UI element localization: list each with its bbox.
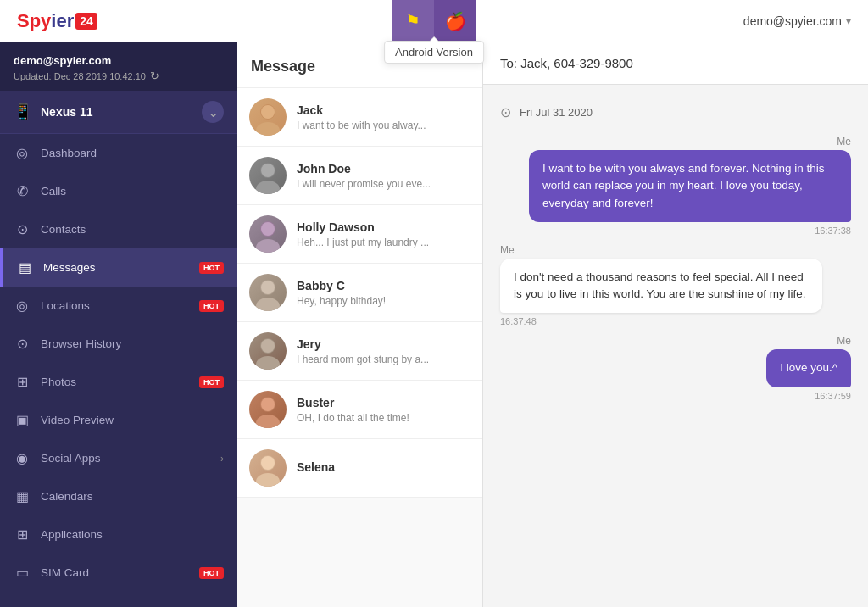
- conv-preview-babby: Hey, happy bithday!: [297, 295, 470, 307]
- device-chevron-icon[interactable]: ⌄: [202, 101, 224, 123]
- message-row-1: Me I want to be with you always and fore…: [500, 136, 851, 236]
- msg-sender-2: Me: [500, 244, 515, 256]
- svg-point-14: [261, 339, 275, 353]
- conv-item-selena[interactable]: Selena: [237, 439, 482, 498]
- conv-preview-buster: OH, I do that all the time!: [297, 412, 470, 424]
- sidebar-email: demo@spyier.com: [14, 54, 224, 67]
- conv-name-selena: Selena: [297, 460, 470, 474]
- contacts-icon: ⊙: [14, 221, 31, 237]
- sidebar-item-sim-card[interactable]: ▭ SIM Card HOT: [0, 554, 237, 592]
- svg-point-20: [261, 456, 275, 470]
- calls-icon: ✆: [14, 183, 31, 199]
- platform-switcher: ⚑ 🍎 Android Version: [392, 0, 476, 42]
- sim-card-icon: ▭: [14, 565, 31, 581]
- date-icon: ⊙: [500, 104, 511, 120]
- conv-details-jack: Jack I want to be with you alway...: [297, 103, 470, 131]
- browser-history-icon: ⊙: [14, 336, 31, 352]
- chat-header: To: Jack, 604-329-9800: [483, 42, 868, 85]
- applications-icon: ⊞: [14, 526, 31, 543]
- conv-preview-holly: Heh... I just put my laundry ...: [297, 237, 470, 248]
- avatar-jery: [249, 332, 287, 370]
- messages-hot-badge: HOT: [199, 262, 224, 274]
- device-icon: 📱: [14, 103, 32, 121]
- conv-details-buster: Buster OH, I do that all the time!: [297, 396, 470, 424]
- sidebar-item-video-preview[interactable]: ▣ Video Preview: [0, 401, 237, 439]
- conv-details-holly: Holly Dawson Heh... I just put my laundr…: [297, 220, 470, 248]
- msg-sender-1: Me: [837, 136, 851, 148]
- chevron-down-icon: ▾: [846, 15, 851, 27]
- logo-24: 24: [75, 13, 97, 30]
- conv-preview-jack: I want to be with you alway...: [297, 120, 470, 131]
- social-apps-icon: ◉: [14, 450, 31, 466]
- conv-details-selena: Selena: [297, 460, 470, 476]
- sidebar-item-browser-history[interactable]: ⊙ Browser History: [0, 325, 237, 363]
- video-preview-icon: ▣: [14, 412, 31, 428]
- svg-point-11: [261, 281, 275, 294]
- sidebar-item-locations[interactable]: ◎ Locations HOT: [0, 287, 237, 325]
- conv-item-buster[interactable]: Buster OH, I do that all the time!: [237, 381, 482, 439]
- svg-point-13: [256, 356, 280, 370]
- svg-point-2: [261, 105, 275, 119]
- avatar-john: [249, 157, 287, 194]
- conv-item-john[interactable]: John Doe I will never promise you eve...: [237, 147, 482, 205]
- conv-item-jack[interactable]: Jack I want to be with you alway...: [237, 88, 482, 147]
- ios-button[interactable]: 🍎: [434, 0, 476, 42]
- conv-item-jery[interactable]: Jery I heard mom got stung by a...: [237, 322, 482, 381]
- sidebar-item-social-apps[interactable]: ◉ Social Apps ›: [0, 439, 237, 477]
- msg-sender-3: Me: [837, 335, 851, 347]
- main-layout: demo@spyier.com Updated: Dec 28 2019 10:…: [0, 42, 868, 607]
- conversation-list: Message Jack I want to be with you alway…: [237, 42, 483, 607]
- conv-item-babby[interactable]: Babby C Hey, happy bithday!: [237, 264, 482, 322]
- conv-name-jack: Jack: [297, 103, 470, 117]
- sidebar-item-photos[interactable]: ⊞ Photos HOT: [0, 363, 237, 401]
- sim-card-hot-badge: HOT: [199, 567, 224, 579]
- svg-point-4: [256, 181, 280, 194]
- sidebar: demo@spyier.com Updated: Dec 28 2019 10:…: [0, 42, 237, 607]
- svg-point-16: [256, 415, 280, 428]
- svg-point-10: [256, 298, 280, 311]
- chat-messages: ⊙ Fri Jul 31 2020 Me I want to be with y…: [483, 85, 868, 607]
- svg-point-7: [256, 239, 280, 253]
- avatar-jack: [249, 98, 287, 136]
- conv-item-holly[interactable]: Holly Dawson Heh... I just put my laundr…: [237, 205, 482, 264]
- social-apps-arrow-icon: ›: [220, 453, 224, 465]
- device-info: 📱 Nexus 11: [14, 103, 92, 121]
- msg-bubble-1: I want to be with you always and forever…: [529, 150, 851, 222]
- content-area: Message Jack I want to be with you alway…: [237, 42, 868, 607]
- svg-point-17: [261, 398, 275, 411]
- date-separator: ⊙ Fri Jul 31 2020: [500, 104, 851, 120]
- locations-hot-badge: HOT: [199, 300, 224, 312]
- msg-bubble-3: I love you.^: [766, 349, 851, 387]
- user-menu[interactable]: demo@spyier.com ▾: [743, 14, 851, 28]
- android-button[interactable]: ⚑: [392, 0, 434, 42]
- device-name: Nexus 11: [41, 105, 92, 119]
- conv-name-buster: Buster: [297, 396, 470, 409]
- sidebar-item-calls[interactable]: ✆ Calls: [0, 172, 237, 210]
- sidebar-item-calendars[interactable]: ▦ Calendars: [0, 477, 237, 515]
- dashboard-icon: ◎: [14, 145, 31, 161]
- sidebar-item-messages[interactable]: ▤ Messages HOT: [0, 248, 237, 287]
- msg-time-1: 16:37:38: [815, 226, 851, 236]
- svg-point-5: [261, 164, 275, 177]
- date-text: Fri Jul 31 2020: [520, 106, 593, 119]
- logo-spy: Spy: [17, 10, 51, 32]
- refresh-icon[interactable]: ↻: [150, 70, 159, 82]
- logo: Spyier 24: [17, 10, 97, 32]
- top-bar: Spyier 24 ⚑ 🍎 Android Version demo@spyie…: [0, 0, 868, 42]
- sidebar-updated: Updated: Dec 28 2019 10:42:10 ↻: [14, 70, 224, 82]
- sidebar-item-applications[interactable]: ⊞ Applications: [0, 515, 237, 554]
- msg-time-2: 16:37:48: [500, 316, 537, 326]
- sidebar-item-dashboard[interactable]: ◎ Dashboard: [0, 134, 237, 172]
- conv-preview-jery: I heard mom got stung by a...: [297, 354, 470, 365]
- photos-hot-badge: HOT: [199, 376, 224, 388]
- user-email-top: demo@spyier.com: [743, 14, 842, 28]
- message-row-3: Me I love you.^ 16:37:59: [500, 335, 851, 400]
- avatar-buster: [249, 391, 287, 428]
- svg-point-19: [256, 473, 280, 487]
- avatar-selena: [249, 449, 287, 487]
- sidebar-user: demo@spyier.com Updated: Dec 28 2019 10:…: [0, 42, 237, 91]
- sidebar-item-contacts[interactable]: ⊙ Contacts: [0, 210, 237, 248]
- chat-view: To: Jack, 604-329-9800 ⊙ Fri Jul 31 2020…: [483, 42, 868, 607]
- conv-name-jery: Jery: [297, 337, 470, 351]
- msg-bubble-2: I don't need a thousand reasons to feel …: [500, 259, 822, 314]
